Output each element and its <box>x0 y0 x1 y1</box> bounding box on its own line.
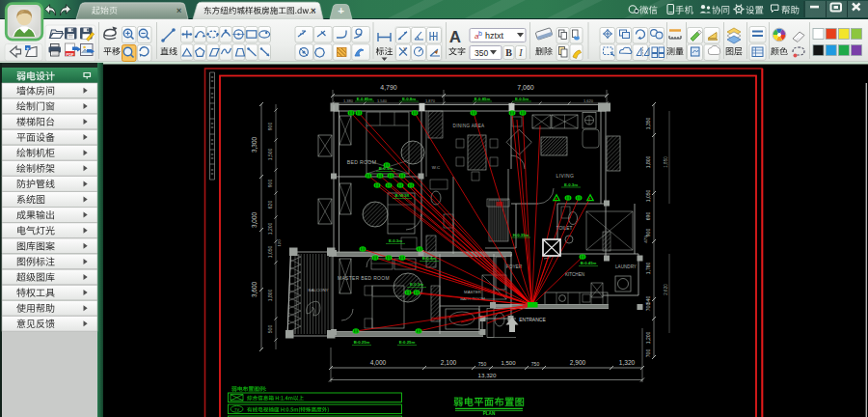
svg-text:BED ROOM: BED ROOM <box>347 159 377 165</box>
svg-text:B: B <box>505 47 512 58</box>
svg-text:E-0.8m: E-0.8m <box>402 97 416 101</box>
svg-text:MASTER BED ROOM: MASTER BED ROOM <box>338 275 390 281</box>
svg-text:hztxt: hztxt <box>485 31 504 41</box>
svg-text:120: 120 <box>277 239 282 247</box>
svg-text:700: 700 <box>645 303 651 312</box>
svg-text:+: + <box>338 5 344 16</box>
svg-text:B:0.45m: B:0.45m <box>581 261 597 265</box>
svg-text:E-0.3m: E-0.3m <box>564 182 578 187</box>
svg-text:500: 500 <box>267 325 273 334</box>
svg-text:3,000: 3,000 <box>251 212 258 228</box>
svg-text:1,870: 1,870 <box>425 98 436 103</box>
svg-text:4,790: 4,790 <box>380 84 397 91</box>
svg-text:620: 620 <box>267 201 273 209</box>
svg-text:1,500: 1,500 <box>501 360 516 366</box>
svg-text:900: 900 <box>267 123 273 131</box>
svg-text:DINING AREA: DINING AREA <box>453 124 486 128</box>
svg-text:3,600: 3,600 <box>251 282 258 297</box>
svg-text:13,320: 13,320 <box>478 372 497 378</box>
svg-text:+: + <box>26 45 29 51</box>
svg-text:LIVING: LIVING <box>556 173 575 179</box>
svg-text:4,000: 4,000 <box>370 359 387 366</box>
svg-text:1,350: 1,350 <box>645 118 651 130</box>
svg-text:b: b <box>478 30 482 37</box>
svg-text:7,060: 7,060 <box>517 84 534 91</box>
svg-text:TV: TV <box>234 407 239 412</box>
svg-text:900: 900 <box>645 229 651 237</box>
svg-text:E-0.3m: E-0.3m <box>389 238 402 243</box>
svg-text:1,800: 1,800 <box>645 156 651 169</box>
svg-text:750: 750 <box>531 361 540 367</box>
svg-text:350: 350 <box>475 48 488 58</box>
svg-text:LAUNDRY: LAUNDRY <box>615 264 637 269</box>
svg-text:E-0.5m: E-0.5m <box>515 97 529 101</box>
svg-text:2,900: 2,900 <box>570 359 586 366</box>
svg-text:750: 750 <box>478 361 487 367</box>
svg-text:1,380: 1,380 <box>343 98 354 103</box>
svg-text:×: × <box>311 5 316 15</box>
svg-text:479: 479 <box>643 236 648 243</box>
svg-text:1,500: 1,500 <box>267 149 273 161</box>
svg-text:E:0.25m: E:0.25m <box>399 340 416 345</box>
svg-text:690: 690 <box>645 212 651 221</box>
svg-text:1,540: 1,540 <box>377 98 388 103</box>
svg-text:×: × <box>176 6 181 15</box>
svg-text:1,850: 1,850 <box>664 156 668 168</box>
svg-text:2,100: 2,100 <box>441 359 457 366</box>
svg-text:1,200: 1,200 <box>645 332 651 345</box>
svg-text:W.C: W.C <box>432 165 440 170</box>
svg-text:1,200: 1,200 <box>267 223 273 236</box>
svg-text:MASTER: MASTER <box>464 290 481 294</box>
svg-text:PDF: PDF <box>67 52 75 57</box>
svg-text:1,760: 1,760 <box>645 263 651 275</box>
svg-text:E-0.3m: E-0.3m <box>410 282 423 287</box>
svg-text:ENTRANCE: ENTRANCE <box>519 317 546 322</box>
svg-text:B:0.25m: B:0.25m <box>354 340 370 345</box>
svg-text:X: X <box>403 47 406 52</box>
svg-text:A: A <box>449 28 461 46</box>
svg-text:1,620: 1,620 <box>583 98 594 103</box>
svg-text:2,620: 2,620 <box>664 284 668 295</box>
svg-text:B:0.4m: B:0.4m <box>422 256 437 261</box>
svg-text:3,300: 3,300 <box>251 137 258 153</box>
svg-text:B-0.9m: B-0.9m <box>379 166 393 171</box>
svg-text:E-0.85m: E-0.85m <box>357 97 373 101</box>
svg-text:700: 700 <box>645 349 651 358</box>
svg-text:E-0.85m: E-0.85m <box>475 97 491 101</box>
svg-text:I: I <box>518 47 523 58</box>
svg-text:PLAN: PLAN <box>483 411 496 416</box>
svg-text:1,050: 1,050 <box>645 190 651 203</box>
svg-text:KITCHEN: KITCHEN <box>565 272 584 277</box>
svg-text:1,800: 1,800 <box>267 290 273 302</box>
svg-text:1,320: 1,320 <box>619 359 636 366</box>
svg-text:B:W.9X: B:W.9X <box>395 193 410 198</box>
svg-text:900: 900 <box>267 180 273 188</box>
svg-text:BALCONY: BALCONY <box>309 288 329 292</box>
svg-text:1,050: 1,050 <box>267 246 273 259</box>
svg-text:H:0.35m: H:0.35m <box>513 233 529 237</box>
